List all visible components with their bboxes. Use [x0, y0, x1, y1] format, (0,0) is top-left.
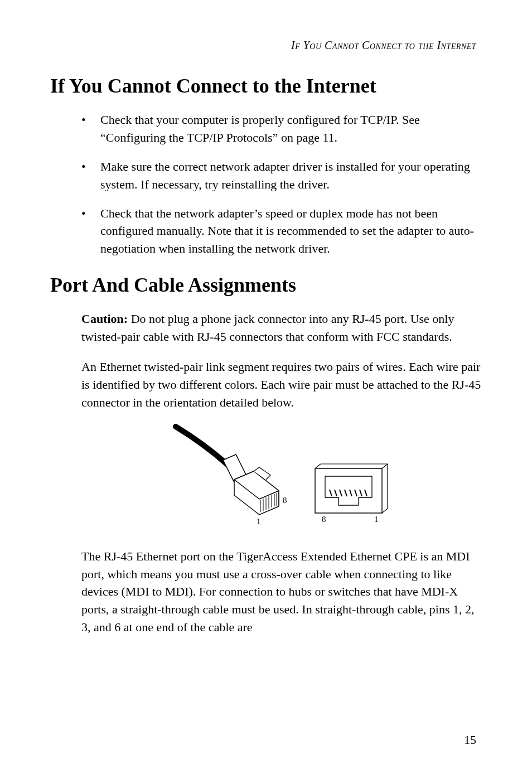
page-number: 15 [464, 733, 476, 747]
svg-line-15 [382, 509, 388, 513]
svg-line-12 [382, 464, 388, 468]
svg-text:8: 8 [322, 515, 326, 524]
svg-text:1: 1 [374, 515, 379, 524]
list-item: Check that your computer is properly con… [81, 111, 482, 147]
section2-para3: The RJ-45 Ethernet port on the TigerAcce… [50, 548, 482, 636]
section1-bullet-list: Check that your computer is properly con… [50, 111, 482, 258]
caution-body: Do not plug a phone jack connector into … [81, 312, 454, 344]
section2-para2: An Ethernet twisted-pair link segment re… [50, 358, 482, 412]
section1-title: If You Cannot Connect to the Internet [50, 74, 482, 98]
rj45-jack-icon: 8 1 [315, 464, 388, 524]
list-item: Make sure the correct network adapter dr… [81, 158, 482, 194]
rj45-plug-icon: 1 8 [176, 427, 287, 526]
caution-paragraph: Caution: Do not plug a phone jack connec… [50, 310, 482, 346]
section2-title: Port And Cable Assignments [50, 273, 482, 297]
svg-text:1: 1 [257, 517, 261, 526]
caution-label: Caution: [81, 312, 128, 326]
svg-line-11 [315, 464, 321, 468]
svg-text:8: 8 [283, 496, 287, 505]
running-header: If You Cannot Connect to the Internet [50, 39, 482, 52]
rj45-figure: 1 8 [50, 424, 482, 532]
list-item: Check that the network adapter’s speed o… [81, 205, 482, 258]
header-text: If You Cannot Connect to the Internet [291, 39, 476, 51]
